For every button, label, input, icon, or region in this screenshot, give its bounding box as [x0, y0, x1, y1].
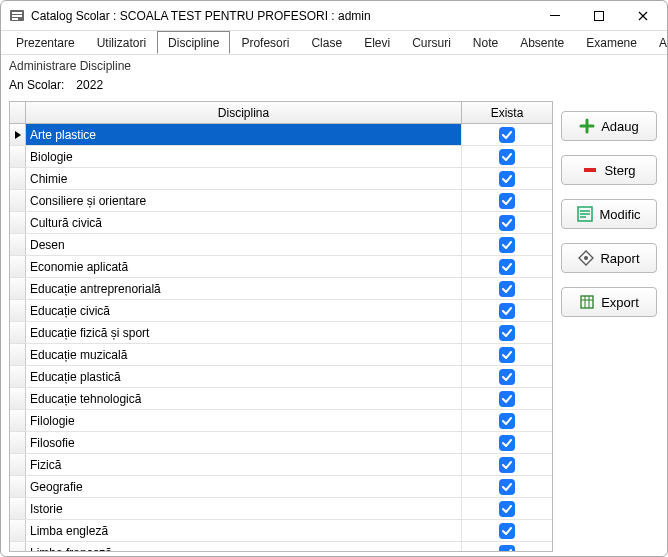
cell-disciplina: Biologie [26, 146, 462, 167]
table-row[interactable]: Educație civică [10, 300, 552, 322]
menu-item-cursuri[interactable]: Cursuri [401, 31, 462, 54]
grid-header: Disciplina Exista [10, 102, 552, 124]
row-indicator [10, 344, 26, 365]
menu-item-absente[interactable]: Absente [509, 31, 575, 54]
svg-point-8 [584, 256, 588, 260]
maximize-button[interactable] [577, 2, 621, 30]
delete-label: Sterg [604, 163, 635, 178]
table-row[interactable]: Educație muzicală [10, 344, 552, 366]
svg-rect-6 [584, 168, 596, 172]
header-indicator [10, 102, 26, 123]
check-icon[interactable] [499, 391, 515, 407]
table-row[interactable]: Desen [10, 234, 552, 256]
cell-disciplina: Geografie [26, 476, 462, 497]
table-row[interactable]: Fizică [10, 454, 552, 476]
cell-exista [462, 366, 552, 387]
header-disciplina[interactable]: Disciplina [26, 102, 462, 123]
report-icon [578, 250, 594, 266]
row-indicator [10, 366, 26, 387]
year-combo[interactable]: 2022 [72, 75, 152, 95]
row-indicator [10, 520, 26, 541]
add-label: Adaug [601, 119, 639, 134]
cell-disciplina: Fizică [26, 454, 462, 475]
check-icon[interactable] [499, 479, 515, 495]
table-row[interactable]: Consiliere și orientare [10, 190, 552, 212]
menu-item-elevi[interactable]: Elevi [353, 31, 401, 54]
table-row[interactable]: Educație fizică și sport [10, 322, 552, 344]
table-row[interactable]: Educație antreprenorială [10, 278, 552, 300]
menu-item-audit[interactable]: Audit [648, 31, 668, 54]
check-icon[interactable] [499, 215, 515, 231]
check-icon[interactable] [499, 457, 515, 473]
check-icon[interactable] [499, 369, 515, 385]
cell-exista [462, 432, 552, 453]
row-indicator [10, 168, 26, 189]
check-icon[interactable] [499, 501, 515, 517]
check-icon[interactable] [499, 347, 515, 363]
export-button[interactable]: Export [561, 287, 657, 317]
table-row[interactable]: Economie aplicată [10, 256, 552, 278]
add-button[interactable]: Adaug [561, 111, 657, 141]
cell-disciplina: Chimie [26, 168, 462, 189]
table-row[interactable]: Istorie [10, 498, 552, 520]
report-button[interactable]: Raport [561, 243, 657, 273]
check-icon[interactable] [499, 413, 515, 429]
check-icon[interactable] [499, 259, 515, 275]
check-icon[interactable] [499, 523, 515, 539]
cell-disciplina: Limba franceză [26, 542, 462, 551]
menu-item-examene[interactable]: Examene [575, 31, 648, 54]
table-row[interactable]: Cultură civică [10, 212, 552, 234]
year-label: An Scolar: [9, 78, 64, 92]
check-icon[interactable] [499, 281, 515, 297]
menu-item-utilizatori[interactable]: Utilizatori [86, 31, 157, 54]
check-icon[interactable] [499, 303, 515, 319]
menu-item-discipline[interactable]: Discipline [157, 31, 230, 54]
table-row[interactable]: Biologie [10, 146, 552, 168]
cell-exista [462, 476, 552, 497]
menu-item-note[interactable]: Note [462, 31, 509, 54]
check-icon[interactable] [499, 149, 515, 165]
table-row[interactable]: Arte plastice [10, 124, 552, 146]
check-icon[interactable] [499, 325, 515, 341]
close-button[interactable] [621, 2, 665, 30]
table-row[interactable]: Filosofie [10, 432, 552, 454]
svg-rect-4 [550, 15, 560, 16]
svg-rect-2 [12, 15, 22, 17]
titlebar: Catalog Scolar : SCOALA TEST PENTRU PROF… [1, 1, 667, 31]
cell-disciplina: Educație plastică [26, 366, 462, 387]
check-icon[interactable] [499, 171, 515, 187]
menu-item-prezentare[interactable]: Prezentare [5, 31, 86, 54]
check-icon[interactable] [499, 237, 515, 253]
cell-disciplina: Desen [26, 234, 462, 255]
table-row[interactable]: Filologie [10, 410, 552, 432]
window-title: Catalog Scolar : SCOALA TEST PENTRU PROF… [31, 9, 371, 23]
check-icon[interactable] [499, 193, 515, 209]
cell-exista [462, 542, 552, 551]
minimize-button[interactable] [533, 2, 577, 30]
sidebar: Adaug Sterg Modific Raport Export [557, 101, 667, 557]
check-icon[interactable] [499, 545, 515, 552]
menu-item-profesori[interactable]: Profesori [230, 31, 300, 54]
minus-icon [582, 162, 598, 178]
grid: Disciplina Exista Arte plasticeBiologieC… [9, 101, 553, 552]
table-row[interactable]: Chimie [10, 168, 552, 190]
table-row[interactable]: Geografie [10, 476, 552, 498]
table-row[interactable]: Educație plastică [10, 366, 552, 388]
table-row[interactable]: Educație tehnologică [10, 388, 552, 410]
delete-button[interactable]: Sterg [561, 155, 657, 185]
check-icon[interactable] [499, 127, 515, 143]
header-exista[interactable]: Exista [462, 102, 552, 123]
table-row[interactable]: Limba franceză [10, 542, 552, 551]
app-icon [9, 8, 25, 24]
report-label: Raport [600, 251, 639, 266]
page-title: Administrare Discipline [1, 55, 667, 73]
year-row: An Scolar: 2022 [1, 73, 667, 101]
table-row[interactable]: Limba engleză [10, 520, 552, 542]
cell-exista [462, 168, 552, 189]
check-icon[interactable] [499, 435, 515, 451]
modify-button[interactable]: Modific [561, 199, 657, 229]
row-indicator [10, 542, 26, 551]
grid-body[interactable]: Arte plasticeBiologieChimieConsiliere și… [10, 124, 552, 551]
menu-item-clase[interactable]: Clase [300, 31, 353, 54]
export-icon [579, 294, 595, 310]
